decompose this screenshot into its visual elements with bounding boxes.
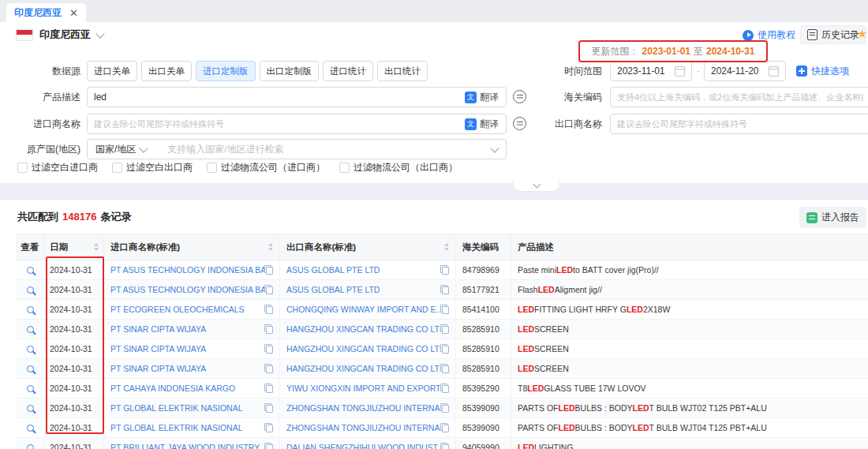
copy-icon[interactable] bbox=[264, 265, 273, 275]
hs-code-input[interactable] bbox=[610, 87, 868, 107]
importer-link[interactable]: PT ASUS TECHNOLOGY INDONESIA BA... bbox=[110, 285, 264, 294]
importer-link[interactable]: PT ASUS TECHNOLOGY INDONESIA BA... bbox=[110, 265, 264, 275]
page-tab-indonesia[interactable]: 印度尼西亚 ✕ bbox=[6, 3, 86, 22]
cell-hs-code: 85285910 bbox=[456, 359, 511, 378]
country-selector[interactable]: 印度尼西亚 bbox=[16, 28, 103, 42]
view-detail-icon[interactable] bbox=[27, 444, 34, 449]
calendar-icon[interactable] bbox=[675, 66, 685, 77]
view-detail-icon[interactable] bbox=[27, 267, 34, 274]
copy-icon[interactable] bbox=[264, 344, 273, 354]
copy-icon[interactable] bbox=[264, 324, 273, 335]
time-range-label: 时间范围 bbox=[509, 61, 602, 81]
copy-icon[interactable] bbox=[440, 285, 449, 295]
datasource-tab-active[interactable]: 进口定制版 bbox=[196, 61, 256, 81]
exporter-link[interactable]: YIWU XIONGXIN IMPORT AND EXPORT... bbox=[286, 384, 440, 393]
copy-icon[interactable] bbox=[264, 305, 273, 315]
copy-icon[interactable] bbox=[440, 324, 449, 335]
checkbox-box[interactable] bbox=[207, 163, 217, 173]
copy-icon[interactable] bbox=[440, 443, 449, 449]
exporter-link[interactable]: ZHONGSHAN TONGJIUZHOU INTERNA... bbox=[286, 403, 440, 413]
column-header[interactable]: 日期 bbox=[45, 234, 104, 260]
exporter-link[interactable]: HANGZHOU XINGCAN TRADING CO LTD bbox=[286, 344, 440, 354]
copy-icon[interactable] bbox=[440, 384, 449, 394]
column-header[interactable]: 出口商名称(标准) bbox=[280, 234, 456, 260]
importer-link[interactable]: PT SINAR CIPTA WIJAYA bbox=[110, 324, 206, 334]
enter-report-button[interactable]: 进入报告 bbox=[799, 207, 866, 228]
view-detail-icon[interactable] bbox=[27, 346, 34, 353]
view-detail-icon[interactable] bbox=[27, 405, 34, 412]
importer-input[interactable] bbox=[87, 114, 507, 134]
importer-input-wrap: 翻译 bbox=[87, 114, 507, 134]
update-range-from: 2023-01-01 bbox=[642, 46, 690, 57]
copy-icon[interactable] bbox=[440, 403, 449, 413]
copy-icon[interactable] bbox=[440, 423, 449, 433]
copy-icon[interactable] bbox=[264, 403, 273, 413]
table-row: 2024-10-31PT SINAR CIPTA WIJAYAHANGZHOU … bbox=[16, 339, 868, 359]
view-detail-icon[interactable] bbox=[27, 365, 34, 372]
table-row: 2024-10-31PT ASUS TECHNOLOGY INDONESIA B… bbox=[16, 260, 868, 280]
exporter-link[interactable]: HANGZHOU XINGCAN TRADING CO LTD bbox=[286, 324, 440, 334]
importer-link[interactable]: PT SINAR CIPTA WIJAYA bbox=[110, 344, 206, 354]
exporter-link[interactable]: ASUS GLOBAL PTE LTD bbox=[286, 265, 380, 275]
importer-link[interactable]: PT CAHAYA INDONESIA KARGO bbox=[110, 384, 235, 393]
datasource-tab-item[interactable]: 进口关单 bbox=[87, 61, 137, 81]
copy-icon[interactable] bbox=[440, 265, 449, 275]
collapse-form-button[interactable] bbox=[513, 181, 560, 192]
importer-link[interactable]: PT SINAR CIPTA WIJAYA bbox=[110, 364, 206, 373]
copy-icon[interactable] bbox=[440, 364, 449, 374]
datasource-tab-item[interactable]: 出口关单 bbox=[141, 61, 192, 81]
quick-options-link[interactable]: 快捷选项 bbox=[796, 61, 849, 81]
cell-hs-code: 94059990 bbox=[456, 438, 511, 449]
view-detail-icon[interactable] bbox=[27, 306, 34, 313]
sort-icon[interactable] bbox=[264, 243, 273, 251]
date-to-input[interactable]: 2024-11-20 bbox=[704, 61, 786, 81]
datasource-tab-item[interactable]: 进口统计 bbox=[323, 61, 373, 81]
datasource-tab-item[interactable]: 出口定制版 bbox=[260, 61, 320, 81]
copy-icon[interactable] bbox=[264, 423, 273, 433]
results-table: 查看日期进口商名称(标准)出口商名称(标准)海关编码产品描述 2024-10-3… bbox=[16, 234, 868, 449]
sort-icon[interactable] bbox=[440, 243, 449, 251]
translate-button[interactable]: 翻译 bbox=[465, 114, 499, 134]
copy-icon[interactable] bbox=[264, 384, 273, 394]
importer-link[interactable]: PT GLOBAL ELEKTRIK NASIONAL bbox=[110, 423, 242, 432]
exporter-link[interactable]: ZHONGSHAN TONGJIUZHOU INTERNA... bbox=[286, 423, 440, 432]
checkbox-box[interactable] bbox=[17, 163, 28, 173]
translate-button[interactable]: 翻译 bbox=[465, 87, 499, 107]
favorite-star-icon[interactable]: ★ bbox=[857, 27, 867, 41]
chevron-down-icon bbox=[95, 29, 104, 38]
importer-label: 进口商名称 bbox=[0, 114, 80, 134]
filter-checkbox[interactable]: 过滤空白进口商 bbox=[17, 161, 98, 174]
product-input[interactable] bbox=[87, 87, 507, 107]
exporter-input[interactable] bbox=[610, 114, 868, 134]
tab-close-icon[interactable]: ✕ bbox=[69, 8, 78, 18]
importer-link[interactable]: PT GLOBAL ELEKTRIK NASIONAL bbox=[110, 403, 242, 413]
checkbox-box[interactable] bbox=[112, 163, 122, 173]
exporter-link[interactable]: DALIAN SHENGZHIHUI WOOD INDUST... bbox=[286, 443, 440, 449]
copy-icon[interactable] bbox=[264, 364, 273, 374]
calendar-icon[interactable] bbox=[769, 66, 779, 77]
importer-link[interactable]: PT ECOGREEN OLEOCHEMICALS bbox=[110, 305, 245, 314]
copy-icon[interactable] bbox=[264, 285, 273, 295]
origin-country-field[interactable]: 国家/地区 支持输入国家/地区进行检索 bbox=[87, 139, 507, 159]
exporter-link[interactable]: HANGZHOU XINGCAN TRADING CO LTD bbox=[286, 364, 440, 373]
filter-checkbox[interactable]: 过滤物流公司（出口商） bbox=[339, 161, 458, 174]
datasource-tab-item[interactable]: 出口统计 bbox=[377, 61, 428, 81]
column-header[interactable]: 进口商名称(标准) bbox=[104, 234, 280, 260]
sort-icon[interactable] bbox=[89, 243, 99, 251]
copy-icon[interactable] bbox=[440, 305, 449, 315]
exporter-link[interactable]: ASUS GLOBAL PTE LTD bbox=[286, 285, 380, 294]
view-detail-icon[interactable] bbox=[27, 385, 34, 392]
cell-description: PARTS OF LED BULBS : BODY LED T BULB WJT… bbox=[511, 398, 868, 417]
view-detail-icon[interactable] bbox=[27, 286, 34, 294]
view-detail-icon[interactable] bbox=[27, 425, 34, 432]
exporter-link[interactable]: CHONGQING WINWAY IMPORT AND E... bbox=[286, 305, 440, 314]
importer-link[interactable]: PT BRILLIANT JAYA WOOD INDUSTRY bbox=[110, 443, 260, 449]
checkbox-box[interactable] bbox=[339, 163, 350, 173]
copy-icon[interactable] bbox=[440, 344, 449, 354]
date-from-input[interactable]: 2023-11-01 bbox=[610, 61, 692, 81]
filter-checkbox[interactable]: 过滤物流公司（进口商） bbox=[207, 161, 325, 174]
origin-type-select[interactable]: 国家/地区 bbox=[88, 143, 163, 156]
copy-icon[interactable] bbox=[264, 443, 273, 449]
filter-checkbox[interactable]: 过滤空白出口商 bbox=[112, 161, 193, 174]
view-detail-icon[interactable] bbox=[27, 326, 34, 333]
